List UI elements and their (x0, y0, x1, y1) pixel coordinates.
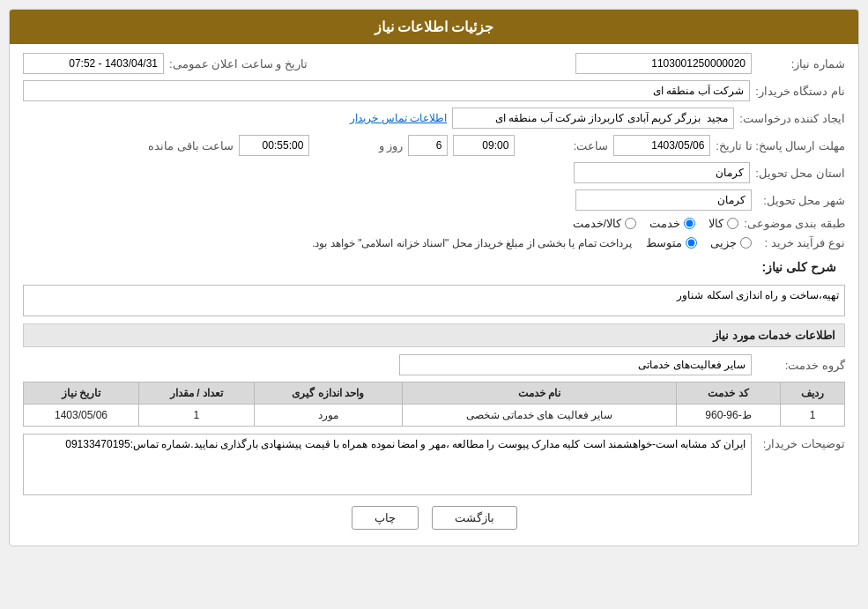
row-ostan: استان محل تحویل: (23, 162, 845, 183)
mohlet-rooz-input[interactable] (408, 135, 448, 156)
row-gorohe: گروه خدمت: (23, 354, 845, 375)
th-kod: کد خدمت (677, 382, 781, 405)
section-sharh: شرح کلی نیاز: (23, 256, 845, 279)
shomare-niaz-input[interactable] (575, 53, 752, 74)
mohlet-rooz-label: روز و (315, 139, 403, 152)
gorohe-label: گروه خدمت: (757, 359, 845, 372)
row-tabaghe: طبقه بندی موضوعی: کالا خدمت کالا/خدمت (23, 217, 845, 230)
mohlet-label: مهلت ارسال پاسخ: تا تاریخ: (716, 139, 845, 152)
radio-kala-label: کالا (708, 217, 723, 230)
radio-khadamat[interactable]: خدمت (649, 217, 695, 230)
tarikh-elan-label: تاریخ و ساعت اعلان عمومی: (169, 57, 308, 71)
td-vahed: مورد (254, 405, 402, 427)
dastgah-label: نام دستگاه خریدار: (755, 85, 845, 98)
mohlet-date-input[interactable] (613, 135, 710, 156)
row-tosihaat: توضیحات خریدار: ایران کد مشابه است-خواهش… (23, 434, 845, 495)
radio-jozi[interactable]: جزیی (710, 236, 752, 249)
th-tedad: تعداد / مقدار (138, 382, 254, 405)
farayand-notice: پرداخت تمام یا بخشی از مبلغ خریداز محل "… (312, 237, 632, 249)
page-title: جزئیات اطلاعات نیاز (10, 10, 858, 44)
farayand-label: نوع فرآیند خرید : (757, 236, 845, 249)
tosihaat-label: توضیحات خریدار: (757, 437, 845, 450)
farayand-radio-group: جزیی متوسط (646, 236, 752, 249)
ijad-input[interactable] (452, 108, 734, 129)
td-name: سایر فعالیت های خدماتی شخصی (402, 405, 677, 427)
row-shahr: شهر محل تحویل: (23, 189, 845, 211)
radio-jozi-label: جزیی (710, 236, 737, 249)
radio-khadamat-input[interactable] (684, 218, 695, 229)
radio-kala-khadamat-input[interactable] (625, 218, 636, 229)
td-tarikh: 1403/05/06 (24, 405, 139, 427)
th-name: نام خدمت (402, 382, 677, 405)
print-button[interactable]: چاپ (352, 506, 419, 530)
row-ijad: ایجاد کننده درخواست: اطلاعات تماس خریدار (23, 108, 845, 129)
radio-kala-khadamat-label: کالا/خدمت (573, 217, 622, 230)
row-shomare-tarikh: شماره نیاز: تاریخ و ساعت اعلان عمومی: (23, 53, 845, 74)
mohlet-saat-input[interactable] (453, 135, 515, 156)
radio-kala[interactable]: کالا (708, 217, 738, 230)
back-button[interactable]: بازگشت (432, 506, 517, 530)
services-table: ردیف کد خدمت نام خدمت واحد اندازه گیری ت… (23, 382, 845, 427)
radio-mota-label: متوسط (646, 236, 682, 249)
radio-kala-input[interactable] (727, 218, 738, 229)
radio-mota[interactable]: متوسط (646, 236, 697, 249)
radio-kala-khadamat[interactable]: کالا/خدمت (573, 217, 637, 230)
row-sharh-kolli: تهیه،ساخت و راه اندازی اسکله شناور (23, 285, 845, 316)
khadamat-section-title: اطلاعات خدمات مورد نیاز (23, 323, 845, 347)
row-dastgah: نام دستگاه خریدار: (23, 80, 845, 101)
sharh-kolli-textarea[interactable]: تهیه،ساخت و راه اندازی اسکله شناور (23, 285, 845, 316)
table-row: 1 ط-96-960 سایر فعالیت های خدماتی شخصی م… (24, 405, 845, 427)
mohlet-saatbaghi-input[interactable] (239, 135, 309, 156)
dastgah-input[interactable] (23, 80, 750, 101)
ostan-input[interactable] (574, 162, 750, 183)
row-farayand: نوع فرآیند خرید : جزیی متوسط پرداخت تمام… (23, 236, 845, 249)
th-vahed: واحد اندازه گیری (254, 382, 402, 405)
gorohe-input[interactable] (399, 354, 752, 375)
radio-jozi-input[interactable] (740, 237, 752, 249)
td-radif: 1 (780, 405, 844, 427)
radio-mota-input[interactable] (686, 237, 697, 249)
tarikh-elan-input[interactable] (23, 53, 164, 74)
sharh-kolli-section-title: شرح کلی نیاز: (753, 256, 845, 279)
mohlet-saat-label: ساعت: (520, 139, 608, 152)
mohlet-saatbaghi-label: ساعت باقی مانده (145, 139, 234, 152)
th-radif: ردیف (780, 382, 844, 405)
td-tedad: 1 (138, 405, 254, 427)
th-tarikh: تاریخ نیاز (24, 382, 139, 405)
ijad-label: ایجاد کننده درخواست: (739, 112, 845, 125)
ostan-label: استان محل تحویل: (755, 167, 845, 180)
td-kod: ط-96-960 (677, 405, 781, 427)
shomare-niaz-label: شماره نیاز: (757, 57, 845, 71)
button-row: بازگشت چاپ (23, 506, 845, 530)
tabaghe-label: طبقه بندی موضوعی: (744, 217, 845, 230)
shahr-label: شهر محل تحویل: (757, 194, 845, 207)
tabaghe-radio-group: کالا خدمت کالا/خدمت (573, 217, 739, 230)
row-mohlet: مهلت ارسال پاسخ: تا تاریخ: ساعت: روز و س… (23, 135, 845, 156)
tosihaat-textarea[interactable]: ایران کد مشابه است-خواهشمند است کلیه مدا… (23, 434, 752, 495)
radio-khadamat-label: خدمت (649, 217, 680, 230)
shahr-input[interactable] (575, 189, 752, 211)
contact-link[interactable]: اطلاعات تماس خریدار (350, 112, 447, 124)
